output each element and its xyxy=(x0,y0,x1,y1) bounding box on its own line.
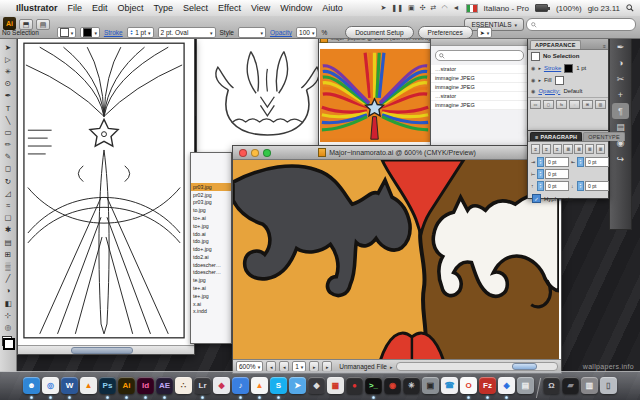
dock-icon[interactable]: ▤ xyxy=(516,374,535,400)
appearance-action-button[interactable]: ⊞ xyxy=(582,100,593,109)
stroke-color-swatch[interactable] xyxy=(564,64,573,73)
file-row[interactable]: te+.jpg xyxy=(191,292,231,300)
dock-icon[interactable]: ✳ xyxy=(402,374,421,400)
dock-icon[interactable]: ☎ xyxy=(440,374,459,400)
right-indent-field[interactable]: ⇤ ▴▾ 0 pt xyxy=(571,157,609,167)
tool-button[interactable]: ✏ xyxy=(2,139,15,151)
stroke-link[interactable]: Stroke xyxy=(544,65,561,71)
tab-appearance[interactable]: APPEARANCE xyxy=(530,40,581,49)
dock-icon[interactable]: Ps xyxy=(98,374,117,400)
app-menu[interactable]: Illustrator xyxy=(16,3,58,13)
status-icon[interactable]: ❚❚ xyxy=(391,4,403,12)
file-row[interactable]: to.jpg xyxy=(191,206,231,214)
input-language-label[interactable]: Italiano - Pro xyxy=(484,4,529,13)
dock-icon[interactable]: ▯ xyxy=(599,374,618,400)
tool-button[interactable]: ◿ xyxy=(2,187,15,199)
dock-icon[interactable]: AE xyxy=(155,374,174,400)
dock-icon[interactable]: ▣ xyxy=(421,374,440,400)
panel-menu-icon[interactable]: ≡ xyxy=(603,43,606,49)
appearance-action-button[interactable]: ▭ xyxy=(530,100,541,109)
fill-swatch-dropdown[interactable]: ▾ xyxy=(57,27,77,38)
fill-color-swatch[interactable] xyxy=(555,76,564,85)
dock-icon[interactable]: ▲ xyxy=(79,374,98,400)
zoom-button[interactable] xyxy=(263,149,271,157)
browser-row[interactable]: …strator xyxy=(431,65,528,74)
dock-icon[interactable]: ☻ xyxy=(22,374,41,400)
tool-button[interactable]: ▷ xyxy=(2,53,15,65)
tool-button[interactable]: ▒ xyxy=(2,260,15,272)
menu-item[interactable]: Window xyxy=(280,3,312,13)
tool-button[interactable]: ✱ xyxy=(2,224,15,236)
panel-dock-icon[interactable]: ↪ xyxy=(612,151,629,167)
tab-paragraph[interactable]: ≡PARAGRAPH xyxy=(530,132,582,141)
stepper[interactable]: ▴▾ xyxy=(577,181,584,191)
opacity-dropdown[interactable]: 100▾ xyxy=(296,27,317,38)
tab-opentype[interactable]: OPENTYPE xyxy=(583,132,625,141)
align-button[interactable]: ≡ xyxy=(553,144,562,154)
file-row[interactable]: x.indd xyxy=(191,308,231,316)
panel-dock-icon[interactable]: ¶ xyxy=(612,103,629,119)
scroll-thumb[interactable] xyxy=(512,363,536,370)
tool-button[interactable]: ╱ xyxy=(2,273,15,285)
preferences-button[interactable]: Preferences xyxy=(418,26,473,39)
visibility-eye-icon[interactable]: ◉ xyxy=(531,65,535,71)
minimize-button[interactable] xyxy=(251,149,259,157)
window-controls[interactable] xyxy=(239,149,271,157)
front-titlebar[interactable]: Major~innamorato.ai @ 600% (CMYK/Preview… xyxy=(233,146,561,160)
menu-item[interactable]: Object xyxy=(118,3,144,13)
dock-icon[interactable]: W xyxy=(60,374,79,400)
panel-dock-icon[interactable]: ✂ xyxy=(612,71,629,87)
window-innamorato[interactable]: Major~innamorato.ai @ 600% (CMYK/Preview… xyxy=(232,145,562,374)
dock-icon[interactable]: Ω xyxy=(542,374,561,400)
tool-button[interactable]: ⊞ xyxy=(2,248,15,260)
menu-item[interactable]: Edit xyxy=(92,3,108,13)
dock-icon[interactable]: ◆ xyxy=(212,374,231,400)
menu-item[interactable]: Type xyxy=(154,3,174,13)
style-dropdown[interactable]: ▾ xyxy=(238,27,266,38)
file-row[interactable]: tdoescher… xyxy=(191,269,231,277)
status-menu-icon[interactable]: ▸ xyxy=(390,364,393,370)
file-row[interactable]: to+.jpg xyxy=(191,222,231,230)
browser-row[interactable]: …strator xyxy=(431,92,528,101)
stepper[interactable]: ▴▾ xyxy=(537,169,544,179)
dock-icon[interactable]: Ai xyxy=(117,374,136,400)
first-line-indent-field[interactable]: ⊢ ▴▾ 0 pt xyxy=(531,169,569,179)
tool-button[interactable]: ▢ xyxy=(2,212,15,224)
input-language-flag-icon[interactable] xyxy=(466,4,478,13)
status-icon[interactable]: ◄ xyxy=(453,4,460,12)
hyphenate-checkbox[interactable]: ✓ xyxy=(532,194,541,203)
visibility-eye-icon[interactable]: ◉ xyxy=(531,88,535,94)
panel-dock-icon[interactable]: ◑ xyxy=(612,55,629,71)
align-button[interactable]: ≣ xyxy=(596,144,605,154)
battery-icon[interactable] xyxy=(535,4,550,12)
dock-icon[interactable]: ∴ xyxy=(174,374,193,400)
file-row[interactable]: pr02.jpg xyxy=(191,191,231,199)
tool-button[interactable]: ▭ xyxy=(2,126,15,138)
pointer-options-dropdown[interactable]: ➤▾ xyxy=(477,27,493,38)
dock-icon[interactable]: ▦ xyxy=(326,374,345,400)
dock-icon[interactable]: ◎ xyxy=(41,374,60,400)
space-before-field[interactable]: ↑ ▴▾ 0 pt xyxy=(531,181,569,191)
tool-button[interactable]: ◻ xyxy=(2,163,15,175)
dock-icon[interactable]: Id xyxy=(136,374,155,400)
tool-button[interactable]: ◎ xyxy=(2,321,15,333)
browser-row[interactable]: immagine JPEG xyxy=(431,83,528,92)
menu-item[interactable]: View xyxy=(251,3,270,13)
file-row[interactable]: tdo+.jpg xyxy=(191,245,231,253)
status-icon[interactable]: ◠ xyxy=(441,4,447,12)
dock-icon[interactable]: ➤ xyxy=(288,374,307,400)
menu-item[interactable]: Aiuto xyxy=(322,3,343,13)
appearance-action-button[interactable]: fx xyxy=(556,100,567,109)
document-setup-button[interactable]: Document Setup xyxy=(345,26,413,39)
dock-icon[interactable]: ◈ xyxy=(497,374,516,400)
dock-icon[interactable]: S xyxy=(269,374,288,400)
file-row[interactable]: pr03.jpg xyxy=(191,183,231,191)
tool-button[interactable]: ✳ xyxy=(2,65,15,77)
tool-button[interactable]: ⊹ xyxy=(2,309,15,321)
stepper[interactable]: ▴▾ xyxy=(537,157,544,167)
tool-button[interactable]: ↻ xyxy=(2,175,15,187)
browser-row[interactable]: immagine JPEG xyxy=(431,101,528,110)
file-browser-window[interactable]: …stratorimmagine JPEGimmagine JPEG…strat… xyxy=(430,36,529,148)
visibility-eye-icon[interactable]: ◉ xyxy=(531,77,535,83)
status-icon[interactable]: ⇄ xyxy=(431,4,437,12)
